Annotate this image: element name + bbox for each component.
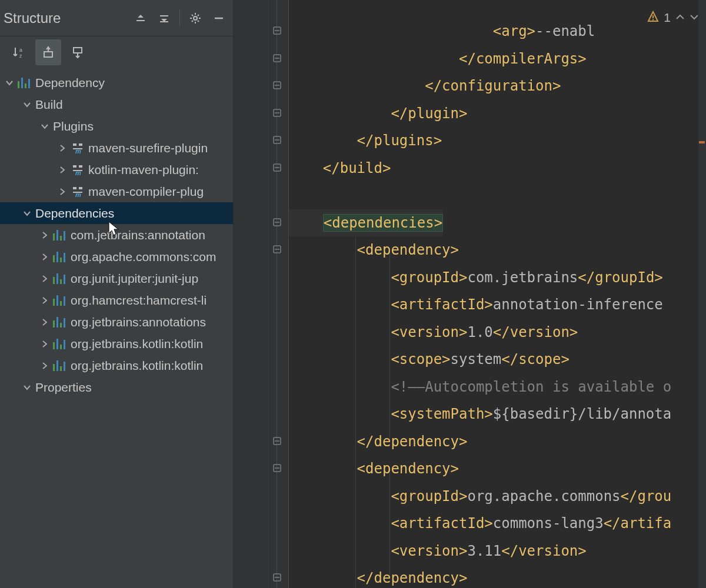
code-line[interactable]: </compilerArgs> [289,45,587,73]
chevron-right-icon[interactable] [56,142,68,154]
svg-rect-3 [44,52,52,57]
tree-root-dependency[interactable]: Dependency [0,72,233,93]
code-line[interactable]: </build> [289,155,391,182]
chevron-down-icon[interactable] [21,208,33,219]
code-line[interactable]: </plugins> [289,127,442,155]
fold-handle-icon[interactable] [272,218,282,227]
tree-properties[interactable]: Properties [0,376,233,398]
svg-text:a: a [19,47,22,53]
minimize-icon[interactable] [207,6,231,30]
svg-rect-4 [74,48,82,53]
warning-icon [647,11,659,25]
fold-handle-icon[interactable] [272,26,282,35]
tree-plugin-item[interactable]: m maven-compiler-plug [0,181,233,202]
chevron-down-icon[interactable] [21,99,33,111]
tree-dependency-item[interactable]: org.apache.commons:com [0,246,233,268]
chevron-right-icon[interactable] [56,164,68,176]
dependency-icon [53,230,67,240]
code-editor[interactable]: <arg>--enabl </compilerArgs> </configura… [234,0,706,588]
code-line[interactable]: <groupId>org.apache.commons</grou [289,483,671,510]
dependency-icon [53,273,67,284]
structure-title: Structure [4,10,129,26]
svg-text:m: m [75,169,81,176]
dependency-icon [53,317,67,328]
dependency-icon [53,339,67,349]
code-line[interactable]: </plugin> [289,100,467,128]
scroll-to-source-icon[interactable] [35,39,61,65]
gutter [234,0,269,588]
collapse-all-icon[interactable] [152,6,176,30]
scroll-from-source-icon[interactable] [65,39,91,65]
fold-handle-icon[interactable] [272,81,282,90]
warning-count: 1 [664,11,671,25]
svg-rect-20 [652,19,654,20]
svg-text:m: m [75,148,81,154]
chevron-right-icon[interactable] [39,251,51,263]
fold-handle-icon[interactable] [272,135,282,145]
fold-handle-icon[interactable] [272,245,282,254]
code-line[interactable]: <artifactId>annotation-inference [289,291,663,319]
structure-tree[interactable]: Dependency Build Plugins m maven-surefir… [0,68,233,588]
tree-dependency-item[interactable]: com.jetbrains:annotation [0,224,233,246]
tree-plugin-item[interactable]: m maven-surefire-plugin [0,137,233,159]
chevron-right-icon[interactable] [39,273,51,285]
chevron-down-icon[interactable] [39,121,51,132]
svg-text:m: m [75,191,81,198]
plugin-icon: m [71,142,85,154]
sort-alpha-icon[interactable]: az [6,39,32,65]
dependency-icon [53,295,67,306]
code-line[interactable]: <dependency> [289,455,459,483]
plugin-icon: m [71,164,85,176]
code-line[interactable]: <arg>--enabl [289,18,595,45]
fold-handle-icon[interactable] [272,573,282,582]
fold-handle-icon[interactable] [272,436,282,446]
code-line[interactable]: <scope>system</scope> [289,346,570,373]
chevron-down-icon[interactable] [4,77,15,89]
fold-handle-icon[interactable] [272,163,282,172]
code-line[interactable]: <groupId>com.jetbrains</groupId> [289,264,663,292]
code-line[interactable]: <dependencies> [289,209,443,237]
inspection-widget[interactable]: 1 [647,6,699,29]
svg-text:z: z [19,53,22,59]
tree-dependency-item[interactable]: org.jetbrains:annotations [0,311,233,333]
fold-handle-icon[interactable] [272,54,282,63]
plugin-icon: m [71,186,85,198]
tree-build[interactable]: Build [0,93,233,115]
code-line[interactable]: <version>1.0</version> [289,319,578,346]
editor-scrollbar[interactable] [698,0,706,588]
chevron-right-icon[interactable] [39,338,51,350]
chevron-right-icon[interactable] [56,186,68,198]
chevron-down-icon[interactable] [21,382,33,393]
code-line[interactable]: <dependency> [289,236,459,264]
fold-handle-icon[interactable] [272,108,282,118]
code-line[interactable]: </dependency> [289,428,467,456]
prev-highlight-icon[interactable] [675,11,685,25]
code-line[interactable]: <!——Autocompletion is available o [289,373,671,401]
tree-dependency-item[interactable]: org.jetbrains.kotlin:kotlin [0,355,233,376]
chevron-right-icon[interactable] [39,295,51,306]
tree-dependency-item[interactable]: org.jetbrains.kotlin:kotlin [0,333,233,355]
structure-header: Structure [0,0,233,36]
fold-handle-icon[interactable] [272,463,282,473]
chevron-right-icon[interactable] [39,316,51,328]
dependency-icon [53,360,67,371]
code-line[interactable]: </configuration> [289,72,561,100]
dependency-icon [53,252,67,262]
code-line[interactable]: <systemPath>${basedir}/lib/annota [289,400,671,428]
code-line[interactable]: </dependency> [289,564,467,588]
gear-icon[interactable] [184,6,207,30]
svg-rect-19 [652,15,654,18]
code-line[interactable]: <version>3.11</version> [289,537,587,565]
tree-dependencies[interactable]: Dependencies [0,202,233,224]
structure-panel: Structure az Dependency [0,0,234,588]
tree-dependency-item[interactable]: org.junit.jupiter:junit-jup [0,268,233,289]
dependency-icon [18,78,32,88]
chevron-right-icon[interactable] [39,229,51,241]
structure-toolbar: az [0,36,233,68]
tree-plugins[interactable]: Plugins [0,115,233,137]
chevron-right-icon[interactable] [39,360,51,372]
tree-dependency-item[interactable]: org.hamcrest:hamcrest-li [0,289,233,311]
expand-all-icon[interactable] [129,6,152,30]
code-line[interactable]: <artifactId>commons-lang3</artifa [289,510,671,537]
tree-plugin-item[interactable]: m kotlin-maven-plugin: [0,159,233,181]
